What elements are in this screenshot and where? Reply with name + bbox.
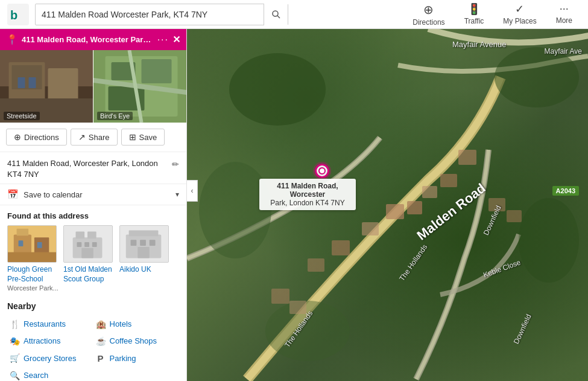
topbar: b ⊕ Directions 🚦 Traffic ✓ My Places ···… [0,0,588,29]
svg-rect-48 [362,222,379,235]
traffic-icon: 🚦 [467,2,481,16]
calendar-left: 📅 Save to calendar [7,189,83,200]
restaurants-label: Restaurants [24,319,66,328]
svg-rect-37 [131,240,137,246]
save-btn-label: Save [139,133,157,142]
found-item-1[interactable]: Plough Green Pre-School Worcester Park..… [7,225,58,291]
search-label: Search [24,371,48,380]
share-button[interactable]: ↗ Share [71,129,118,146]
svg-rect-46 [386,204,404,219]
main-area: 📍 411 Malden Road, Worcester Park, L... … [0,29,588,381]
found-thumb-3 [119,225,169,263]
nearby-section: Nearby 🍴 Restaurants 🏨 Hotels 🎭 Attracti… [0,295,186,381]
found-items-list: Plough Green Pre-School Worcester Park..… [7,225,179,291]
svg-rect-22 [17,229,29,236]
photos-section: Streetside Bird's Eye [0,50,186,123]
found-item-2[interactable]: 1st Old Malden Scout Group [63,225,115,291]
birdseye-photo[interactable]: Bird's Eye [93,50,186,123]
svg-point-45 [265,301,350,361]
save-button[interactable]: ⊞ Save [121,129,165,146]
directions-button[interactable]: ⊕ Directions [6,129,67,146]
found-thumb-1 [7,225,57,263]
birdseye-label: Bird's Eye [97,112,133,120]
nearby-restaurants[interactable]: 🍴 Restaurants [7,316,93,333]
my-places-label: My Places [503,17,536,25]
svg-rect-33 [81,248,93,258]
found-thumb-2 [63,225,113,263]
nearby-grocery-stores[interactable]: 🛒 Grocery Stores [7,350,93,367]
svg-rect-53 [422,186,437,198]
svg-rect-55 [507,210,522,222]
svg-rect-49 [332,240,350,255]
bing-logo[interactable]: b [7,4,29,25]
map-background: Malden Road Mayfair Avenue Mayfair Ave T… [187,29,588,381]
search-icon: 🔍 [10,371,19,380]
location-close-button[interactable]: ✕ [172,34,180,45]
svg-rect-56 [271,289,289,304]
svg-rect-11 [29,77,36,88]
traffic-label: Traffic [464,17,484,25]
parking-label: Parking [110,354,136,363]
calendar-chevron-icon: ▾ [175,190,179,199]
found-item-3[interactable]: Aikido UK [119,225,171,291]
search-input[interactable] [36,10,264,19]
topbar-actions: ⊕ Directions 🚦 Traffic ✓ My Places ··· M… [404,0,581,29]
location-more-button[interactable]: ··· [157,34,169,45]
edit-address-icon[interactable]: ✏ [172,159,179,169]
nearby-attractions[interactable]: 🎭 Attractions [7,333,93,350]
coffee-shops-icon: ☕ [96,336,106,346]
location-pin-icon: 📍 [6,34,18,45]
hotels-label: Hotels [110,319,132,328]
directions-action[interactable]: ⊕ Directions [404,0,453,29]
collapse-sidebar-button[interactable]: ‹ [187,180,198,202]
attractions-label: Attractions [24,336,60,345]
svg-rect-40 [138,247,150,258]
more-label: More [556,16,572,25]
svg-rect-54 [488,198,505,211]
svg-rect-10 [18,77,25,88]
parking-icon: P [96,353,106,363]
location-map-pin[interactable] [315,164,329,178]
more-icon: ··· [560,2,569,15]
svg-rect-39 [150,240,156,246]
nearby-coffee-shops[interactable]: ☕ Coffee Shops [93,333,180,350]
svg-text:b: b [10,8,17,22]
calendar-row[interactable]: 📅 Save to calendar ▾ [0,184,186,205]
restaurants-icon: 🍴 [10,319,19,329]
more-action[interactable]: ··· More [548,0,581,29]
share-btn-icon: ↗ [78,132,86,142]
map-area[interactable]: Malden Road Mayfair Avenue Mayfair Ave T… [187,29,588,381]
found-name-3: Aikido UK [119,265,171,275]
found-name-2: 1st Old Malden Scout Group [63,265,115,284]
my-places-action[interactable]: ✓ My Places [495,0,545,29]
nearby-parking[interactable]: P Parking [93,350,180,367]
search-button[interactable] [264,4,288,25]
found-sub-1: Worcester Park... [7,284,58,292]
address-section: 411 Malden Road, Worcester Park, London … [0,152,186,184]
streetside-photo[interactable]: Streetside [0,50,93,123]
found-title: Found at this address [7,211,179,220]
map-roads-svg [187,29,588,381]
svg-point-42 [495,47,579,107]
nearby-title: Nearby [7,301,179,311]
action-buttons: ⊕ Directions ↗ Share ⊞ Save [0,123,186,152]
svg-point-44 [519,198,579,283]
svg-rect-28 [76,232,85,239]
calendar-label: Save to calendar [24,190,83,199]
directions-btn-icon: ⊕ [14,132,21,142]
location-header: 📍 411 Malden Road, Worcester Park, L... … [0,29,186,50]
svg-rect-52 [440,174,457,187]
svg-rect-32 [92,242,97,247]
svg-rect-36 [129,231,159,237]
svg-rect-15 [142,59,172,83]
nearby-hotels[interactable]: 🏨 Hotels [93,316,180,333]
location-title: 411 Malden Road, Worcester Park, L... [22,35,154,44]
svg-point-41 [229,53,326,126]
svg-rect-23 [19,241,24,247]
attractions-icon: 🎭 [10,336,19,346]
traffic-action[interactable]: 🚦 Traffic [456,0,493,29]
found-name-1: Plough Green Pre-School [7,265,58,284]
svg-rect-29 [87,232,96,239]
my-places-icon: ✓ [515,2,524,16]
nearby-search[interactable]: 🔍 Search [7,367,93,381]
